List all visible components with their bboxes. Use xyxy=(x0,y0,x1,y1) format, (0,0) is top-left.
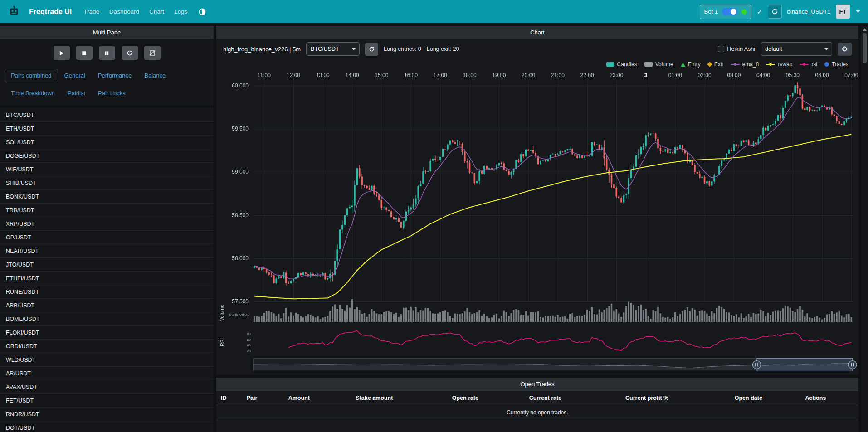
stop-icon xyxy=(81,50,87,56)
column-header-pair: Pair xyxy=(242,391,284,405)
tab-time-breakdown[interactable]: Time Breakdown xyxy=(5,87,61,100)
tab-general[interactable]: General xyxy=(58,69,92,82)
open-trades-table: IDPairAmountStake amountOpen rateCurrent… xyxy=(216,391,858,405)
price-chart-canvas[interactable] xyxy=(216,70,858,375)
column-header-stake-amount: Stake amount xyxy=(351,391,447,405)
long-entries-label: Long entries: 0 xyxy=(384,46,421,52)
pair-row[interactable]: XRP/USDT xyxy=(0,217,214,231)
play-button[interactable] xyxy=(54,46,70,60)
multi-pane-tabs: Pairs combinedGeneralPerformanceBalanceT… xyxy=(0,63,214,104)
nav-link-logs[interactable]: Logs xyxy=(174,8,187,15)
pair-row[interactable]: SOL/USDT xyxy=(0,136,214,149)
plot-config-select[interactable]: default xyxy=(761,42,832,56)
exchange-label: binance_USDT1 xyxy=(787,8,830,15)
clear-chart-button[interactable] xyxy=(144,46,161,60)
chart-refresh-button[interactable] xyxy=(365,43,378,56)
pair-row[interactable]: WLD/USDT xyxy=(0,353,214,367)
nav-link-chart[interactable]: Chart xyxy=(149,8,164,15)
pair-row[interactable]: TRB/USDT xyxy=(0,204,214,217)
pair-select[interactable]: BTC/USDT xyxy=(306,42,360,56)
playback-controls xyxy=(0,39,214,63)
page-scrollbar[interactable] xyxy=(861,26,868,432)
pair-row[interactable]: RNDR/USDT xyxy=(0,408,214,421)
legend-item-ema-8[interactable]: ema_8 xyxy=(731,61,759,68)
tab-pairlist[interactable]: Pairlist xyxy=(61,87,92,100)
tab-performance[interactable]: Performance xyxy=(92,69,138,82)
bot-selector[interactable]: Bot 1 xyxy=(700,5,751,19)
freqtrade-logo-icon xyxy=(8,5,20,19)
nav-links: TradeDashboardChartLogs xyxy=(83,8,187,15)
refresh-icon xyxy=(369,46,375,52)
pair-row[interactable]: BONK/USDT xyxy=(0,190,214,204)
tab-pair-locks[interactable]: Pair Locks xyxy=(92,87,132,100)
column-header-id: ID xyxy=(216,391,242,405)
bot-check-icon: ✓ xyxy=(757,8,762,15)
candles-legend-marker-icon xyxy=(606,62,614,67)
heikin-ashi-checkbox[interactable] xyxy=(718,46,724,52)
pause-button[interactable] xyxy=(99,46,115,60)
pair-row[interactable]: JTO/USDT xyxy=(0,258,214,272)
pair-row[interactable]: AVAX/USDT xyxy=(0,380,214,394)
refresh-button[interactable] xyxy=(122,46,138,60)
pair-row[interactable]: OP/USDT xyxy=(0,231,214,244)
plot-settings-button[interactable]: ⚙ xyxy=(838,43,852,56)
legend-item-entry[interactable]: Entry xyxy=(681,61,701,68)
chart-panel: Chart high_frog_binance_v226 | 5m BTC/US… xyxy=(216,26,858,375)
scrollbar-thumb[interactable] xyxy=(863,33,867,63)
theme-toggle-icon[interactable] xyxy=(198,8,206,16)
pair-row[interactable]: RUNE/USDT xyxy=(0,285,214,299)
user-avatar[interactable]: FT xyxy=(836,5,850,19)
legend-label: rvwap xyxy=(778,61,792,68)
pair-row[interactable]: ORDI/USDT xyxy=(0,340,214,353)
pair-row[interactable]: BTC/USDT xyxy=(0,108,214,122)
user-menu-caret-icon[interactable] xyxy=(856,10,860,13)
pair-row[interactable]: ARB/USDT xyxy=(0,299,214,312)
column-header-current-rate: Current rate xyxy=(525,391,621,405)
pair-row[interactable]: SHIB/USDT xyxy=(0,176,214,190)
legend-label: Exit xyxy=(714,61,723,68)
long-exit-label: Long exit: 20 xyxy=(427,46,459,52)
scroll-up-icon[interactable] xyxy=(863,28,867,31)
tab-pairs-combined[interactable]: Pairs combined xyxy=(5,69,58,82)
legend-item-volume[interactable]: Volume xyxy=(644,61,673,68)
pair-row[interactable]: ETH/USDT xyxy=(0,122,214,136)
pair-select-wrap: BTC/USDT xyxy=(306,42,360,56)
pair-row[interactable]: FET/USDT xyxy=(0,394,214,408)
legend-item-rvwap[interactable]: rvwap xyxy=(766,61,792,68)
column-header-current-profit-: Current profit % xyxy=(621,391,730,405)
no-open-trades-message: Currently no open trades. xyxy=(216,405,858,420)
pause-icon xyxy=(104,50,110,56)
refresh-icon xyxy=(127,50,133,56)
nav-link-dashboard[interactable]: Dashboard xyxy=(109,8,139,15)
brand-title[interactable]: Freqtrade UI xyxy=(29,8,72,16)
multi-pane-panel: Multi Pane Pairs combinedGeneralPerforma… xyxy=(0,26,214,432)
legend-item-trades[interactable]: Trades xyxy=(824,61,848,68)
heikin-ashi-control[interactable]: Heikin Ashi xyxy=(718,46,755,52)
rsi-legend-marker-icon xyxy=(800,62,809,67)
chart-panel-title: Chart xyxy=(216,26,858,39)
entry-legend-marker-icon xyxy=(681,63,685,67)
rvwap-legend-marker-icon xyxy=(766,62,775,67)
legend-item-candles[interactable]: Candles xyxy=(606,61,637,68)
legend-label: Volume xyxy=(655,61,673,68)
reload-bot-button[interactable] xyxy=(768,5,782,19)
pair-row[interactable]: BOME/USDT xyxy=(0,312,214,326)
play-icon xyxy=(59,50,64,56)
legend-item-rsi[interactable]: rsi xyxy=(800,61,817,68)
refresh-icon xyxy=(771,8,778,15)
pair-row[interactable]: FLOKI/USDT xyxy=(0,326,214,340)
pair-row[interactable]: DOT/USDT xyxy=(0,421,214,432)
pair-row[interactable]: DOGE/USDT xyxy=(0,149,214,163)
pair-row[interactable]: ETHFI/USDT xyxy=(0,272,214,285)
column-header-open-date: Open date xyxy=(730,391,801,405)
nav-link-trade[interactable]: Trade xyxy=(83,8,99,15)
pair-row[interactable]: AR/USDT xyxy=(0,367,214,380)
open-trades-panel: Open Trades IDPairAmountStake amountOpen… xyxy=(216,378,858,432)
pair-row[interactable]: NEAR/USDT xyxy=(0,244,214,258)
stop-button[interactable] xyxy=(76,46,93,60)
bot-online-toggle[interactable] xyxy=(722,8,737,15)
pair-row[interactable]: WIF/USDT xyxy=(0,163,214,176)
legend-item-exit[interactable]: Exit xyxy=(708,61,723,68)
chart-legend: CandlesVolumeEntryExitema_8rvwaprsiTrade… xyxy=(216,59,858,70)
tab-balance[interactable]: Balance xyxy=(138,69,172,82)
